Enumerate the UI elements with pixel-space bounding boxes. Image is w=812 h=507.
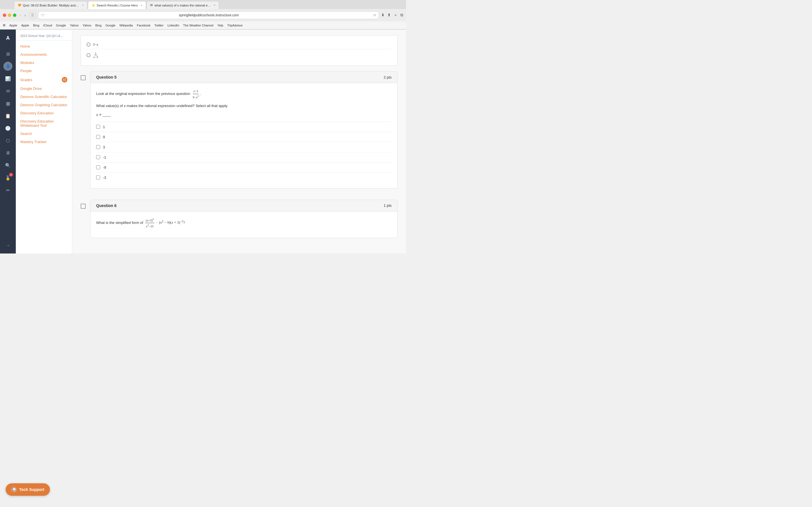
checkbox-option-9[interactable]	[96, 135, 100, 139]
bookmark-yahoo1[interactable]: Yahoo	[70, 24, 79, 27]
bookmark-weather-channel[interactable]: The Weather Channel	[183, 24, 213, 27]
bookmark-apple2[interactable]: Apple	[21, 24, 29, 27]
tab-quiz[interactable]: 🧡 Quiz: 08.02 Brain Builder: Multiply an…	[14, 1, 87, 9]
security-icon: 🛡	[41, 13, 44, 17]
flag-checkbox-q5[interactable]	[81, 75, 86, 80]
prev-option-2: 1 x−3	[87, 49, 392, 61]
flag-checkbox-q6[interactable]	[81, 204, 86, 209]
share-icon[interactable]: ⬆	[388, 13, 391, 18]
question-5-text: Look at the original expression from the…	[96, 89, 392, 100]
checkbox-option-neg3[interactable]	[96, 175, 100, 179]
tab-course-hero-icon: ⭐	[92, 4, 95, 7]
sidebar-item-desmos-scientific[interactable]: Desmos Scientific Calculator	[16, 93, 72, 101]
bookmark-apps[interactable]: ⊞	[3, 23, 5, 27]
rail-logo[interactable]: A	[2, 33, 13, 44]
question-6-row: Question 6 1 pts What is the simplified …	[81, 200, 398, 244]
answer-label-neg9[interactable]: -9	[103, 165, 106, 170]
question-6-text: What is the simplified form of (x+3)2 x2…	[96, 217, 392, 229]
sidebar-item-announcements[interactable]: Announcements	[16, 50, 72, 59]
rail-badge-icon[interactable]: 🏅 10	[2, 172, 13, 183]
answer-label-3[interactable]: 3	[103, 145, 105, 149]
question-5-formula: x ≠ ____	[96, 112, 392, 117]
sidebar-item-desmos-graphing[interactable]: Desmos Graphing Calculator	[16, 101, 72, 109]
tab-quiz-close[interactable]: ×	[82, 4, 84, 7]
bookmark-wikipedia[interactable]: Wikipedia	[119, 24, 133, 27]
back-button[interactable]: ‹	[18, 12, 22, 18]
download-icon[interactable]: ⬇	[381, 13, 385, 18]
tabs-icon[interactable]: ⧉	[400, 13, 403, 18]
sidebar-item-search[interactable]: Search	[16, 129, 72, 138]
bookmark-tripadvisor[interactable]: TripAdvisor	[227, 24, 243, 27]
rail-grid-icon[interactable]: ⊞	[2, 48, 13, 59]
rail-calendar-icon[interactable]: ▦	[2, 98, 13, 109]
sidebar-item-discovery-education[interactable]: Discovery Education	[16, 109, 72, 117]
bookmark-google2[interactable]: Google	[105, 24, 115, 27]
bookmark-bing2[interactable]: Bing	[95, 24, 101, 27]
rail-history-icon[interactable]: 🕐	[2, 122, 13, 134]
question-6-flag[interactable]	[81, 200, 88, 209]
checkbox-option-neg9[interactable]	[96, 165, 100, 169]
forward-button[interactable]: ›	[23, 12, 27, 18]
answer-label-neg3[interactable]: -3	[103, 175, 106, 180]
sidebar-item-home[interactable]: Home	[16, 42, 72, 50]
bookmark-linkedin[interactable]: LinkedIn	[167, 24, 179, 27]
bookmark-bing1[interactable]: Bing	[33, 24, 39, 27]
radio-option-2[interactable]	[87, 53, 91, 57]
rail-avatar-icon[interactable]: 👤	[2, 61, 13, 72]
question-6-pts: 1 pts	[384, 203, 392, 208]
sidebar-item-grades[interactable]: Grades 83	[16, 75, 72, 84]
answer-label-1[interactable]: 1	[103, 125, 105, 129]
close-button[interactable]	[3, 13, 6, 17]
browser-actions: ⬇ ⬆ ＋ ⧉	[381, 13, 403, 18]
question-5-title: Question 5	[96, 75, 116, 79]
prev-option-1-label: 3−x	[93, 42, 98, 47]
tab-course-hero-label: Search Results | Course Hero	[97, 4, 138, 7]
address-bar[interactable]: 🛡 springfieldpublicschools.instructure.c…	[38, 11, 379, 19]
rail-tools-icon[interactable]: ✏	[2, 184, 13, 196]
answer-option-neg9: -9	[96, 163, 392, 173]
rail-screen-icon[interactable]: 🖥	[2, 147, 13, 159]
answer-label-9[interactable]: 9	[103, 135, 105, 139]
app-layout: A ⊞ 👤 📊 ✉ ▦ 📋 🕐 ⬡ 🖥 🔍 🏅 10 ✏ → 2023 Scho…	[0, 30, 406, 253]
refresh-button[interactable]: ↺	[373, 13, 376, 17]
answer-label-neg1[interactable]: -1	[103, 155, 106, 159]
rail-collapse-icon[interactable]: →	[2, 240, 13, 251]
bookmark-twitter[interactable]: Twitter	[154, 24, 163, 27]
bookmark-google1[interactable]: Google	[56, 24, 66, 27]
bookmark-icloud[interactable]: iCloud	[43, 24, 52, 27]
new-tab-icon[interactable]: ＋	[394, 13, 398, 18]
question-5-flag[interactable]	[81, 71, 88, 80]
bookmark-apple1[interactable]: Apple	[9, 24, 17, 27]
checkbox-option-1[interactable]	[96, 125, 100, 129]
minimize-button[interactable]	[8, 13, 11, 17]
answer-option-neg3: -3	[96, 173, 392, 182]
tab-calculator[interactable]: W what value(s) of x makes the rational …	[147, 1, 219, 9]
tab-calculator-label: what value(s) of x makes the rational ex…	[154, 4, 211, 7]
checkbox-option-3[interactable]	[96, 145, 100, 149]
tab-course-hero[interactable]: ⭐ Search Results | Course Hero ×	[88, 1, 146, 9]
browser-toolbar: ‹ › ☰ 🛡 springfieldpublicschools.instruc…	[0, 9, 406, 21]
sidebar-item-mastery-tracker[interactable]: Mastery Tracker	[16, 138, 72, 146]
rail-activity-icon[interactable]: 📊	[2, 73, 13, 84]
radio-option-1[interactable]	[87, 43, 91, 47]
sidebar-item-people[interactable]: People	[16, 67, 72, 75]
checkbox-option-neg1[interactable]	[96, 155, 100, 159]
question-5-pts: 2 pts	[384, 75, 392, 79]
tabs-bar: 🧡 Quiz: 08.02 Brain Builder: Multiply an…	[0, 0, 406, 9]
question-5-body: Look at the original expression from the…	[91, 83, 397, 188]
rail-document-icon[interactable]: 📋	[2, 110, 13, 121]
rail-inbox-icon[interactable]: ✉	[2, 86, 13, 97]
sidebar-toggle[interactable]: ☰	[29, 12, 36, 18]
url-text: springfieldpublicschools.instructure.com	[46, 13, 371, 17]
bookmark-facebook[interactable]: Facebook	[137, 24, 150, 27]
tab-calculator-close[interactable]: ×	[214, 4, 215, 7]
maximize-button[interactable]	[13, 13, 16, 17]
sidebar-item-discovery-whiteboard[interactable]: Discovery Education Whiteboard Tool	[16, 117, 72, 129]
bookmark-yahoo2[interactable]: Yahoo	[83, 24, 91, 27]
sidebar-item-google-drive[interactable]: Google Drive	[16, 84, 72, 93]
rail-network-icon[interactable]: ⬡	[2, 135, 13, 146]
sidebar-item-modules[interactable]: Modules	[16, 59, 72, 67]
bookmark-yelp[interactable]: Yelp	[217, 24, 223, 27]
rail-search-icon[interactable]: 🔍	[2, 160, 13, 171]
tab-course-hero-close[interactable]: ×	[141, 4, 142, 7]
